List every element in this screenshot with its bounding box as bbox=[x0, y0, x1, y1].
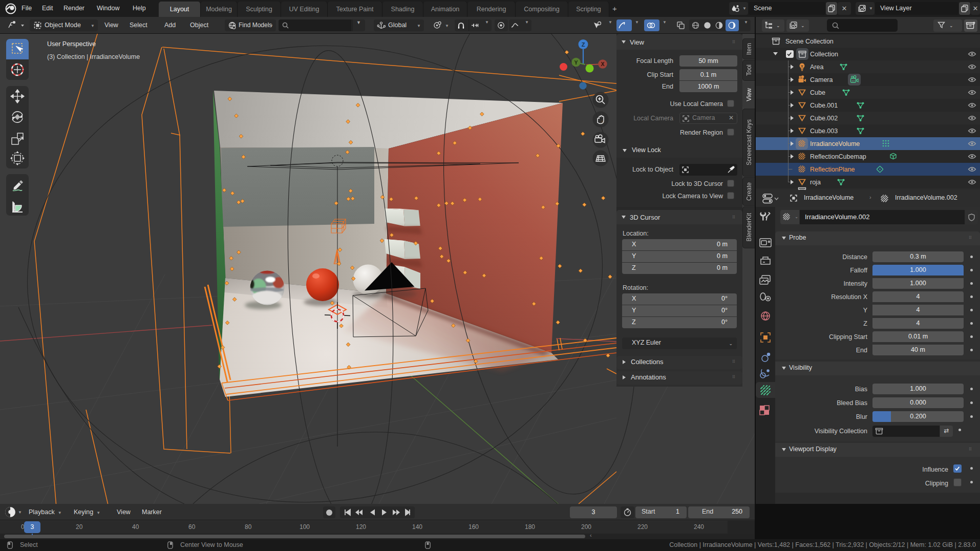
svg-text:Y: Y bbox=[574, 59, 578, 66]
svg-text:X: X bbox=[601, 61, 604, 67]
svg-text:User Perspective: User Perspective bbox=[47, 40, 96, 48]
svg-text:(3) Collection | IrradianceVol: (3) Collection | IrradianceVolume bbox=[47, 53, 140, 60]
svg-text:Z: Z bbox=[582, 41, 585, 48]
